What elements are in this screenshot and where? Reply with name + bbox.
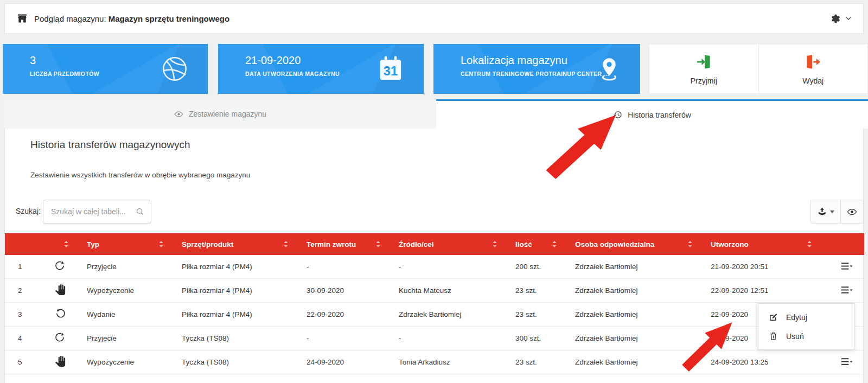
action-button-label: Przyjmij	[691, 76, 717, 85]
column-header-utworzono[interactable]: Utworzono	[698, 233, 817, 255]
column-header-label: Termin zwrotu	[307, 240, 356, 248]
transfer-type-cell	[33, 303, 74, 327]
edit-menu-item[interactable]: Edytuj	[758, 308, 854, 327]
chevron-down-icon[interactable]	[846, 17, 851, 20]
chevron-down-icon	[830, 210, 834, 213]
basketball-icon	[160, 54, 189, 84]
incoming-arrow-icon	[55, 336, 66, 344]
table-row: 2WypożyczeniePiłka rozmiar 4 (PM4)30-09-…	[5, 279, 864, 303]
column-header-label: Osoba odpowiedzialna	[575, 240, 654, 248]
transfer-history-table: TypSprzęt/produktTermin zwrotuŹródło/cel…	[5, 233, 864, 374]
sort-icon[interactable]	[376, 241, 380, 247]
card-location: Lokalizacja magazynuCENTRUM TRENINGOWE P…	[433, 44, 640, 94]
cell-created: 24-09-2020 13:25	[698, 350, 817, 374]
export-icon	[817, 207, 827, 217]
cell-product: Tyczka (TS08)	[169, 327, 293, 350]
receive-button[interactable]: Przyjmij	[649, 44, 759, 93]
column-header-9[interactable]	[817, 233, 864, 255]
cell-created: 21-09-2020 20:51	[698, 255, 817, 279]
table-row: 4PrzyjęcieTyczka (TS08)--300 szt.Zdrzałe…	[5, 327, 864, 350]
transfer-type-cell	[33, 327, 74, 350]
export-button[interactable]	[811, 200, 841, 223]
hand-icon	[55, 289, 66, 297]
column-header-osoba-odpowiedzialna[interactable]: Osoba odpowiedzialna	[562, 233, 698, 255]
issue-button[interactable]: Wydaj	[759, 44, 868, 93]
sort-icon[interactable]	[552, 241, 557, 247]
row-menu-icon[interactable]	[841, 288, 853, 296]
column-header--r-d-o-cel[interactable]: Źródło/cel	[386, 233, 502, 255]
page-title: Podgląd magazynu: Magazyn sprzętu trenin…	[34, 14, 229, 23]
cell-source: Kuchta Mateusz	[386, 279, 502, 303]
cell-source: Tonia Arkadiusz	[386, 350, 502, 374]
column-header-typ[interactable]: Typ	[74, 233, 169, 255]
cell-source: Zdrzałek Bartłomiej	[386, 303, 502, 327]
cell-person: Zdrzałek Bartłomiej	[562, 255, 698, 279]
cell-type: Wypożyczenie	[74, 350, 169, 374]
column-header-termin-zwrotu[interactable]: Termin zwrotu	[293, 233, 386, 255]
cell-return-date: -	[293, 255, 386, 279]
row-number: 5	[5, 350, 33, 374]
row-menu-icon[interactable]	[841, 264, 853, 272]
search-input[interactable]	[43, 207, 136, 216]
history-icon	[613, 110, 622, 119]
column-header-1[interactable]	[33, 233, 74, 255]
cell-return-date: 30-09-2020	[293, 279, 386, 303]
row-number: 4	[5, 327, 33, 350]
column-header-sprz-t-produkt[interactable]: Sprzęt/produkt	[169, 233, 293, 255]
cell-product: Piłka rozmiar 4 (PM4)	[169, 279, 293, 303]
cell-return-date: -	[293, 327, 386, 350]
action-button-label: Wydaj	[802, 76, 824, 85]
transfer-type-cell	[33, 255, 74, 279]
search-box	[43, 200, 151, 224]
warehouse-actions: PrzyjmijWydaj	[649, 44, 868, 94]
cell-return-date: 22-09-2020	[293, 303, 386, 327]
storefront-icon	[17, 13, 28, 24]
topbar: Podgląd magazynu: Magazyn sprzętu trenin…	[4, 3, 864, 34]
door-exit-icon	[805, 53, 822, 71]
cell-type: Wydanie	[74, 303, 169, 327]
cell-person: Zdrzałek Bartłomiej	[562, 303, 698, 327]
sort-icon[interactable]	[284, 241, 288, 247]
sort-icon[interactable]	[688, 241, 692, 247]
tab-label: Zestawienie magazynu	[189, 110, 266, 118]
door-enter-icon	[695, 53, 712, 71]
row-context-menu: EdytujUsuń	[758, 303, 854, 350]
sort-icon[interactable]	[64, 241, 68, 247]
row-actions-cell[interactable]	[817, 279, 864, 303]
calendar-icon: 31	[376, 54, 405, 84]
table-tools	[810, 200, 864, 224]
cell-product: Piłka rozmiar 4 (PM4)	[169, 303, 293, 327]
row-menu-icon[interactable]	[841, 359, 853, 367]
tab-historia-transferow[interactable]: Historia transferów	[436, 99, 868, 129]
table-row: 1PrzyjęciePiłka rozmiar 4 (PM4)--200 szt…	[5, 255, 864, 279]
section-subtitle: Zestawienie wszystkich transferów w obrę…	[30, 171, 250, 179]
row-actions-cell[interactable]	[817, 350, 864, 374]
row-actions-cell[interactable]	[817, 255, 864, 279]
sort-icon[interactable]	[493, 241, 497, 247]
menu-item-label: Usuń	[786, 332, 804, 341]
sort-icon[interactable]	[159, 241, 163, 247]
column-header-0[interactable]	[5, 233, 33, 255]
column-visibility-button[interactable]	[841, 200, 863, 223]
transfer-type-cell	[33, 279, 74, 303]
cell-quantity: 23 szt.	[502, 303, 562, 327]
cell-quantity: 300 szt.	[502, 327, 562, 350]
location-pin-icon	[597, 56, 622, 81]
tab-zestawienie-magazynu[interactable]: Zestawienie magazynu	[4, 99, 436, 129]
cell-person: Zdrzałek Bartłomiej	[562, 327, 698, 350]
transfer-history-panel: Historia transferów magazynowych Zestawi…	[4, 129, 864, 383]
cell-quantity: 23 szt.	[502, 279, 562, 303]
eye-icon	[847, 207, 857, 217]
row-number: 3	[5, 303, 33, 327]
page-title-prefix: Podgląd magazynu:	[34, 14, 106, 23]
column-header-ilo-[interactable]: Ilość	[502, 233, 562, 255]
row-number: 2	[5, 279, 33, 303]
gear-icon[interactable]	[831, 14, 841, 24]
delete-menu-item[interactable]: Usuń	[758, 327, 854, 346]
card-created-date: 21-09-2020DATA UTWORZENIA MAGAZYNU31	[218, 44, 424, 94]
column-header-label: Typ	[87, 240, 99, 248]
trash-icon	[769, 331, 778, 341]
tab-label: Historia transferów	[628, 111, 691, 119]
settings-control[interactable]	[831, 14, 851, 24]
sort-icon[interactable]	[807, 241, 812, 247]
